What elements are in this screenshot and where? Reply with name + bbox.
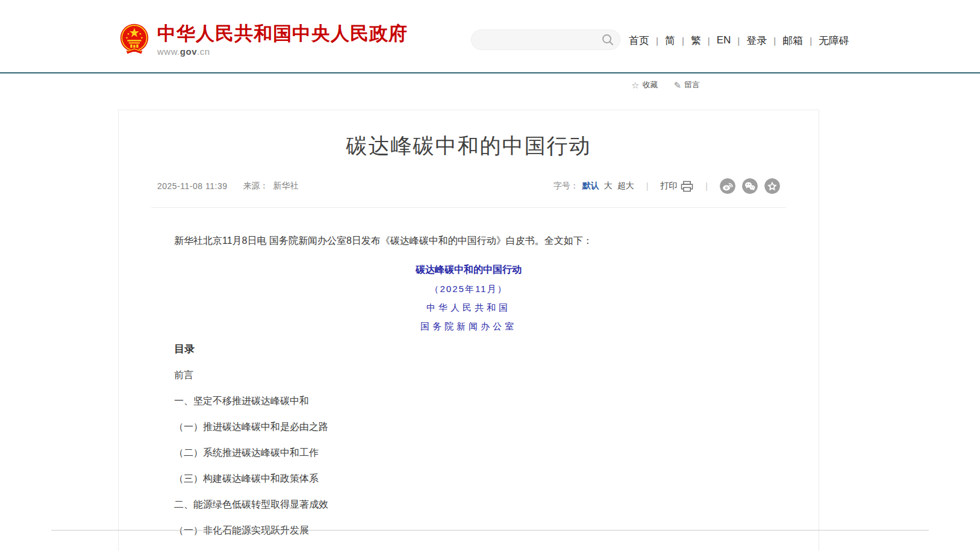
nav-separator [682, 36, 684, 46]
nav-simplified[interactable]: 简 [665, 34, 675, 48]
comment-button[interactable]: ✎ 留言 [673, 79, 700, 90]
nav-mail[interactable]: 邮箱 [782, 34, 803, 48]
site-logo-link[interactable]: 中华人民共和国中央人民政府 www.gov.cn [119, 23, 408, 58]
meta-divider [151, 207, 786, 208]
nav-separator [810, 36, 812, 46]
share-icons [720, 178, 780, 194]
search-box [471, 30, 620, 50]
nav-separator [737, 36, 740, 46]
national-emblem-icon [119, 23, 149, 58]
fontsize-xlarge-button[interactable]: 超大 [617, 181, 634, 191]
print-button[interactable]: 打印 [660, 181, 693, 192]
printer-icon [681, 181, 693, 192]
whitepaper-org-line1: 中华人民共和国 [174, 302, 763, 314]
url-gov: gov [180, 46, 197, 57]
nav-separator [773, 36, 776, 46]
article-title: 碳达峰碳中和的中国行动 [119, 110, 819, 160]
url-cn: .cn [197, 46, 210, 57]
toc-item: 前言 [174, 369, 763, 381]
article-meta-left: 2025-11-08 11:39 来源： 新华社 [157, 181, 298, 191]
nav-separator [656, 36, 658, 46]
toc-item: （三）构建碳达峰碳中和政策体系 [174, 473, 763, 485]
nav-home[interactable]: 首页 [629, 34, 649, 48]
page-actions: ☆ 收藏 ✎ 留言 [631, 79, 700, 90]
nav-traditional[interactable]: 繁 [691, 34, 701, 48]
url-www: www. [157, 46, 180, 57]
wechat-share-icon[interactable] [742, 178, 758, 194]
weibo-share-icon[interactable] [720, 178, 735, 194]
search-icon [601, 33, 614, 46]
nav-login[interactable]: 登录 [746, 34, 767, 48]
toc-item: 二、能源绿色低碳转型取得显著成效 [174, 499, 763, 511]
article-meta-right: 字号： 默认 大 超大 打印 [554, 178, 780, 194]
print-label: 打印 [660, 181, 677, 191]
article-container: 碳达峰碳中和的中国行动 2025-11-08 11:39 来源： 新华社 字号：… [118, 110, 819, 551]
whitepaper-title: 碳达峰碳中和的中国行动 [174, 263, 763, 276]
viewport-bottom-line [51, 530, 929, 531]
toc-item: （一）推进碳达峰碳中和是必由之路 [174, 421, 763, 433]
header-divider [0, 72, 980, 73]
fontsize-label: 字号： [554, 181, 579, 191]
nav-separator [708, 36, 710, 46]
brand-text: 中华人民共和国中央人民政府 www.gov.cn [157, 23, 408, 57]
favorite-button[interactable]: ☆ 收藏 [631, 79, 658, 90]
whitepaper-date: （2025年11月） [174, 283, 763, 295]
nav-english[interactable]: EN [717, 34, 731, 46]
favorite-label: 收藏 [642, 79, 658, 90]
article-meta-row: 2025-11-08 11:39 来源： 新华社 字号： 默认 大 超大 打印 [157, 178, 780, 194]
toc-item: （二）系统推进碳达峰碳中和工作 [174, 447, 763, 459]
publish-datetime: 2025-11-08 11:39 [157, 181, 227, 191]
nav-accessibility[interactable]: 无障碍 [819, 34, 849, 48]
lead-paragraph: 新华社北京11月8日电 国务院新闻办公室8日发布《碳达峰碳中和的中国行动》白皮书… [174, 234, 763, 247]
fontsize-default-button[interactable]: 默认 [582, 181, 599, 191]
site-title: 中华人民共和国中央人民政府 [157, 23, 408, 45]
fontsize-large-button[interactable]: 大 [604, 181, 613, 191]
site-header: 中华人民共和国中央人民政府 www.gov.cn 首页 简 繁 EN 登录 [0, 0, 980, 72]
toc-item: 一、坚定不移推进碳达峰碳中和 [174, 395, 763, 407]
article-body: 新华社北京11月8日电 国务院新闻办公室8日发布《碳达峰碳中和的中国行动》白皮书… [174, 234, 763, 537]
source-label: 来源： [243, 181, 268, 191]
meta-separator [646, 181, 649, 191]
toc-item: （一）非化石能源实现跃升发展 [174, 525, 763, 537]
pencil-icon: ✎ [673, 81, 681, 90]
toc-heading: 目录 [174, 343, 763, 355]
page: 中华人民共和国中央人民政府 www.gov.cn 首页 简 繁 EN 登录 [0, 0, 980, 551]
search-button[interactable] [601, 33, 614, 46]
star-icon: ☆ [631, 81, 639, 90]
source-value: 新华社 [273, 181, 298, 191]
search-input[interactable] [481, 30, 601, 49]
meta-separator [705, 181, 708, 191]
qzone-star-share-icon[interactable] [764, 178, 780, 194]
site-url[interactable]: www.gov.cn [157, 46, 408, 57]
comment-label: 留言 [684, 79, 700, 90]
top-nav: 首页 简 繁 EN 登录 邮箱 无障碍 [629, 33, 849, 48]
whitepaper-org-line2: 国务院新闻办公室 [174, 320, 763, 332]
